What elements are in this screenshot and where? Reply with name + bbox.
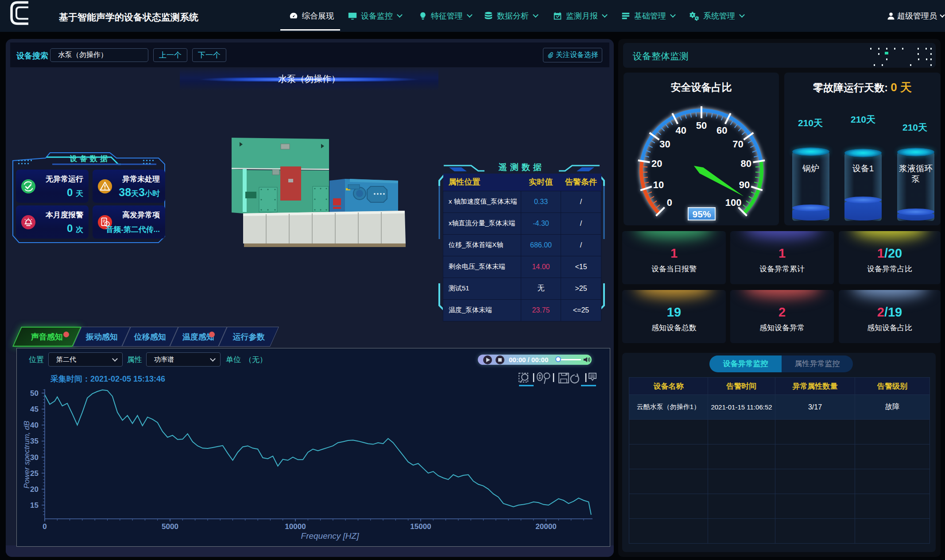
svg-text:20: 20 — [30, 485, 39, 494]
svg-text:10000: 10000 — [285, 522, 306, 531]
svg-text:35: 35 — [30, 437, 39, 445]
svg-text:Power spectrum, dB: Power spectrum, dB — [23, 421, 31, 488]
svg-text:Frequency [HZ]: Frequency [HZ] — [301, 531, 360, 541]
svg-text:40: 40 — [675, 125, 686, 136]
svg-text:30: 30 — [659, 139, 670, 150]
svg-text:60: 60 — [716, 125, 727, 136]
svg-text:15000: 15000 — [410, 522, 431, 531]
svg-text:50: 50 — [696, 120, 707, 131]
svg-text:40: 40 — [30, 421, 39, 429]
svg-text:20000: 20000 — [535, 522, 556, 531]
svg-text:100: 100 — [725, 197, 742, 208]
svg-text:10: 10 — [653, 179, 664, 190]
svg-text:5000: 5000 — [162, 522, 178, 531]
svg-text:20: 20 — [651, 158, 662, 169]
svg-text:25: 25 — [30, 469, 39, 478]
svg-text:80: 80 — [740, 158, 751, 169]
svg-text:45: 45 — [30, 405, 39, 413]
svg-text:30: 30 — [30, 453, 39, 462]
svg-text:50: 50 — [30, 389, 39, 398]
svg-text:0: 0 — [667, 197, 672, 208]
svg-text:70: 70 — [732, 139, 743, 150]
svg-text:0: 0 — [43, 522, 46, 531]
svg-text:15: 15 — [30, 501, 39, 510]
svg-text:90: 90 — [739, 179, 750, 190]
